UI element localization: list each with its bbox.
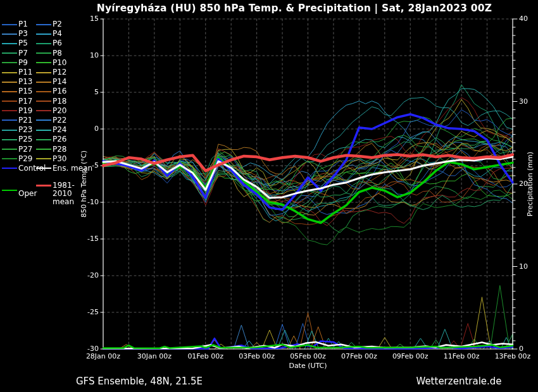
- legend-item-P26: P26: [36, 135, 70, 144]
- legend-swatch-P19: [2, 110, 17, 111]
- legend-label: P24: [53, 126, 67, 134]
- legend-item-P28: P28: [36, 145, 70, 154]
- legend-swatch-P9: [2, 62, 17, 63]
- precip-tick-label: 40: [519, 15, 538, 23]
- legend-swatch-P14: [36, 82, 51, 83]
- legend-swatch-P30: [36, 158, 51, 159]
- legend-swatch-P26: [36, 139, 51, 140]
- legend-label: P22: [53, 116, 67, 125]
- legend-label: P10: [53, 59, 67, 67]
- legend-swatch-ens-mean: [36, 168, 51, 169]
- legend-swatch-P1: [2, 24, 17, 25]
- legend-item-P13: P13: [2, 78, 36, 86]
- date-tick-label: 09Feb 00z: [385, 352, 435, 361]
- legend-swatch-P2: [36, 24, 51, 25]
- legend-swatch-P12: [36, 72, 51, 73]
- legend-swatch-P16: [36, 91, 51, 92]
- legend-swatch-P4: [36, 34, 51, 35]
- legend-swatch-P27: [2, 149, 17, 150]
- legend-item-P10: P10: [36, 59, 70, 67]
- legend-item-P21: P21: [2, 116, 36, 125]
- legend-label: P7: [18, 49, 28, 58]
- temp-tick-label: -25: [73, 308, 99, 317]
- temp-tick-label: 15: [73, 15, 99, 23]
- legend-label: P2: [53, 20, 62, 28]
- temp-tick-label: -20: [73, 271, 99, 280]
- legend-label: P8: [53, 49, 62, 58]
- legend-swatch-P13: [2, 82, 17, 83]
- legend-item-P9: P9: [2, 59, 36, 67]
- legend-swatch-1981-2010-mean: [36, 185, 51, 187]
- legend-item-P27: P27: [2, 145, 36, 154]
- legend-item-P18: P18: [36, 97, 70, 106]
- temp-tick-label: -10: [73, 198, 99, 207]
- legend-item-control: Control: [2, 164, 36, 173]
- legend-label: P23: [18, 126, 33, 134]
- date-tick-label: 30Jan 00z: [129, 352, 180, 361]
- legend-item-P17: P17: [2, 97, 36, 106]
- temp-tick-label: -5: [73, 161, 99, 170]
- legend-item-P29: P29: [2, 155, 36, 163]
- precip-tick-label: 20: [519, 180, 538, 188]
- date-tick-label: 01Feb 00z: [180, 352, 231, 361]
- legend-swatch-P6: [36, 43, 51, 44]
- legend-label: P15: [18, 87, 33, 95]
- legend-item-P19: P19: [2, 107, 36, 115]
- precip-tick-label: 10: [519, 262, 538, 271]
- legend-swatch-P8: [36, 52, 51, 54]
- legend-label: P29: [18, 155, 33, 163]
- legend-swatch-P18: [36, 101, 51, 102]
- legend-label: P17: [18, 97, 33, 106]
- temp-tick-label: 0: [73, 125, 99, 133]
- legend-label: P16: [53, 87, 67, 95]
- legend-item-P12: P12: [36, 68, 70, 77]
- date-tick-label: 28Jan 00z: [78, 352, 128, 361]
- date-tick-label: 07Feb 00z: [334, 352, 384, 361]
- legend-item-P7: P7: [2, 49, 36, 58]
- legend-swatch-P24: [36, 130, 51, 131]
- legend-label: P6: [53, 39, 62, 47]
- legend-item-P11: P11: [2, 68, 36, 77]
- legend-label: P20: [53, 107, 67, 115]
- legend-label: P3: [18, 30, 28, 38]
- legend-swatch-P3: [2, 34, 17, 35]
- footer-model-info: GFS Ensemble, 48N, 21.5E: [76, 376, 203, 387]
- legend-swatch-P11: [2, 72, 17, 73]
- legend-swatch-P5: [2, 43, 17, 44]
- legend-item-P3: P3: [2, 30, 36, 38]
- legend-label: P13: [18, 78, 33, 86]
- legend-swatch-P20: [36, 110, 51, 111]
- legend-label: Oper: [18, 190, 37, 198]
- legend-label: P5: [18, 39, 28, 47]
- legend-swatch-P10: [36, 62, 51, 63]
- precip-tick-label: 30: [519, 97, 538, 106]
- legend-item-P2: P2: [36, 20, 70, 28]
- legend-label: P26: [53, 135, 67, 144]
- temp-tick-label: 10: [73, 51, 99, 60]
- legend-item-P14: P14: [36, 78, 70, 86]
- legend-item-P15: P15: [2, 87, 36, 95]
- gfs-ensemble-meteogram: { "title": "Nyíregyháza (HU) 850 hPa Tem…: [0, 0, 538, 392]
- legend-item-oper: Oper: [2, 190, 36, 198]
- chart-title: Nyíregyháza (HU) 850 hPa Temp. & Precipi…: [76, 3, 513, 14]
- legend-swatch-P17: [2, 101, 17, 102]
- legend-label: P25: [18, 135, 33, 144]
- legend-item-P30: P30: [36, 155, 70, 163]
- legend-item-P8: P8: [36, 49, 70, 58]
- legend-label: P4: [53, 30, 62, 38]
- legend-label: P30: [53, 155, 67, 163]
- legend-swatch-P21: [2, 119, 17, 121]
- legend-label: P21: [18, 116, 33, 125]
- legend-label: P27: [18, 145, 33, 154]
- date-tick-label: 05Feb 00z: [283, 352, 334, 361]
- date-tick-label: 13Feb 00z: [487, 352, 538, 361]
- legend-item-P22: P22: [36, 116, 70, 125]
- legend-item-P5: P5: [2, 39, 36, 47]
- legend-item-P6: P6: [36, 39, 70, 47]
- legend-swatch-P25: [2, 139, 17, 140]
- legend-label: P18: [53, 97, 67, 106]
- legend-item-P16: P16: [36, 87, 70, 95]
- legend-item-P4: P4: [36, 30, 70, 38]
- legend-swatch-P29: [2, 158, 17, 159]
- legend-item-P23: P23: [2, 126, 36, 134]
